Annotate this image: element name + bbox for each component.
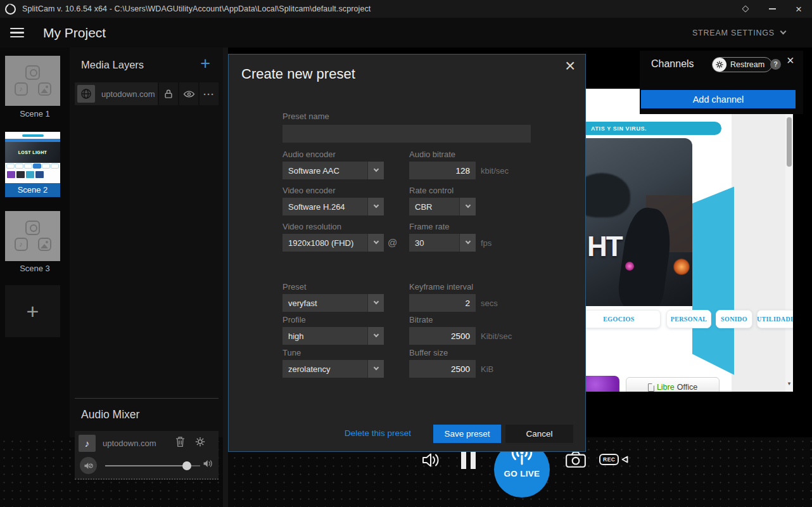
keyframe-interval-unit: secs: [481, 298, 498, 308]
audio-source-settings-button[interactable]: [194, 436, 206, 447]
help-button[interactable]: ?: [770, 59, 781, 70]
mute-button[interactable]: [80, 457, 97, 474]
ellipsis-icon: ···: [203, 89, 215, 99]
cyan-shape: [692, 183, 734, 392]
restream-button[interactable]: Restream: [712, 57, 772, 72]
save-preset-button[interactable]: Save preset: [433, 425, 501, 443]
speaker-icon: [421, 451, 441, 470]
channels-panel: Channels Restream ? × Add channel: [640, 51, 803, 114]
category-utilidades[interactable]: UTILIDADES: [757, 310, 793, 328]
audio-mixer-row: ♪ uptodown.com: [75, 431, 219, 480]
media-layer-row: uptodown.com ···: [75, 82, 219, 105]
add-scene-button[interactable]: +: [5, 285, 60, 337]
scroll-down-icon[interactable]: ▾: [785, 380, 793, 387]
preset-label: Preset: [282, 282, 307, 292]
add-layer-button[interactable]: +: [200, 55, 210, 72]
keyframe-interval-input[interactable]: 2: [409, 294, 476, 312]
volume-max-button[interactable]: [203, 459, 213, 468]
chevron-down-icon: [459, 234, 476, 252]
libreoffice-wordmark-office: Office: [677, 383, 697, 392]
audio-bitrate-input[interactable]: 128: [409, 162, 476, 179]
layer-name: uptodown.com: [101, 89, 155, 99]
media-layers-panel: Media Layers + uptodown.com: [70, 48, 223, 437]
close-channels-button[interactable]: ×: [787, 53, 794, 68]
volume-handle[interactable]: [182, 461, 191, 470]
globe-icon: [77, 85, 95, 103]
menu-icon[interactable]: [10, 28, 24, 38]
category-sonido[interactable]: SONIDO: [716, 310, 752, 328]
dialog-title: Create new preset: [241, 66, 355, 82]
audio-bitrate-label: Audio bitrate: [409, 150, 455, 159]
chevron-down-icon: [367, 162, 384, 179]
category-negocios[interactable]: EGOCIOS: [586, 310, 661, 328]
master-audio-button[interactable]: [421, 451, 441, 470]
bitrate-input[interactable]: 2500: [409, 327, 476, 345]
rec-label: REC: [599, 454, 619, 465]
panel-divider: [223, 48, 228, 507]
layer-visibility-button[interactable]: [179, 82, 198, 105]
scene-2-thumbnail[interactable]: LOST LIGHT: [5, 132, 60, 183]
chevron-down-icon: [367, 327, 384, 345]
scene-1-label[interactable]: Scene 1: [0, 109, 70, 119]
lock-icon: [163, 88, 174, 99]
delete-preset-link[interactable]: Delete this preset: [345, 428, 411, 438]
tune-select[interactable]: zerolatency: [282, 360, 384, 378]
scene-3-label[interactable]: Scene 3: [0, 264, 70, 273]
audio-mixer-divider: [75, 398, 219, 399]
layer-item[interactable]: uptodown.com: [75, 82, 158, 105]
rate-control-label: Rate control: [409, 186, 454, 195]
stream-preview: ▾ ATIS Y SIN VIRUS. HT Lost Light EGOCIO…: [586, 89, 793, 392]
app-header: My Project STREAM SETTINGS: [0, 18, 812, 48]
speaker-muted-icon: [84, 461, 94, 470]
audio-encoder-select[interactable]: Software AAC: [282, 162, 384, 179]
buffer-size-input[interactable]: 2500: [409, 360, 476, 378]
stream-settings-label: STREAM SETTINGS: [692, 29, 775, 37]
audio-encoder-label: Audio encoder: [282, 150, 336, 159]
channels-title: Channels: [651, 58, 694, 70]
frame-rate-label: Frame rate: [409, 222, 450, 231]
window-title: SplitCam v. 10.6.54 x64 - C:\Users\WDAGU…: [22, 4, 371, 13]
create-preset-dialog: Create new preset × Preset name Audio en…: [228, 54, 586, 452]
minimize-button[interactable]: [759, 0, 785, 18]
bitrate-label: Bitrate: [409, 315, 433, 324]
go-live-label: GO LIVE: [504, 469, 540, 478]
close-window-button[interactable]: ×: [785, 0, 812, 18]
volume-slider[interactable]: [105, 465, 200, 466]
audio-source-name: uptodown.com: [103, 439, 156, 448]
frame-rate-unit: fps: [481, 238, 492, 248]
delete-audio-source-button[interactable]: [175, 436, 186, 447]
scene-3-thumbnail[interactable]: ♪: [5, 211, 60, 261]
game-banner-image: HT Lost Light: [586, 138, 692, 306]
pause-button[interactable]: [461, 452, 476, 469]
libreoffice-card: LibreOffice: [626, 377, 720, 392]
project-title: My Project: [43, 25, 106, 41]
profile-label: Profile: [282, 315, 306, 324]
preview-scrollbar-thumb[interactable]: [787, 117, 792, 167]
preset-name-input[interactable]: [282, 125, 531, 143]
restream-label: Restream: [730, 60, 764, 69]
preset-name-label: Preset name: [282, 112, 329, 121]
close-dialog-button[interactable]: ×: [565, 56, 575, 76]
eye-icon: [183, 89, 195, 99]
gear-icon: [194, 436, 206, 447]
add-channel-button[interactable]: Add channel: [641, 90, 796, 108]
video-resolution-select[interactable]: 1920x1080 (FHD): [282, 234, 384, 252]
layer-more-button[interactable]: ···: [200, 82, 219, 105]
restream-gear-icon: [713, 58, 726, 72]
frame-rate-select[interactable]: 30: [409, 234, 476, 252]
video-encoder-select[interactable]: Software H.264: [282, 198, 384, 215]
pin-icon[interactable]: [732, 0, 759, 18]
tune-label: Tune: [282, 348, 301, 357]
preset-select[interactable]: veryfast: [282, 294, 384, 312]
snapshot-button[interactable]: [565, 450, 587, 469]
lock-layer-button[interactable]: [159, 82, 178, 105]
scene-1-thumbnail[interactable]: ♪: [5, 56, 60, 106]
thumb-category-row: [5, 163, 60, 169]
stream-settings-button[interactable]: STREAM SETTINGS: [692, 29, 785, 37]
rate-control-select[interactable]: CBR: [409, 198, 476, 215]
scene-2-label-selected[interactable]: Scene 2: [5, 183, 60, 197]
record-button[interactable]: REC: [599, 454, 628, 465]
category-personal[interactable]: PERSONAL: [666, 310, 711, 328]
profile-select[interactable]: high: [282, 327, 384, 345]
cancel-button[interactable]: Cancel: [505, 425, 573, 443]
